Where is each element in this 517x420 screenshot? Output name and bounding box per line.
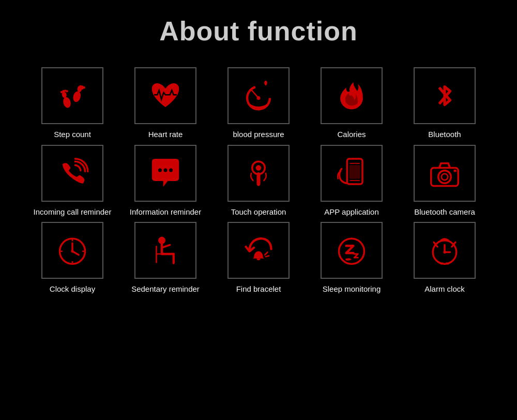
label-app-application: APP application <box>324 207 379 217</box>
incoming-call-icon <box>54 155 90 191</box>
icon-box-sleep-monitoring <box>321 222 383 279</box>
item-information-reminder: Information reminder <box>121 145 209 217</box>
icon-box-find-bracelet <box>227 222 290 279</box>
svg-line-54 <box>447 263 449 264</box>
icon-box-sedentary-reminder <box>134 222 196 279</box>
label-heart-rate: Heart rate <box>148 129 183 140</box>
sedentary-reminder-icon <box>147 232 184 268</box>
item-incoming-call: Incoming call reminder <box>28 145 116 217</box>
item-blood-pressure: blood pressure <box>215 67 302 140</box>
label-find-bracelet: Find bracelet <box>236 284 281 294</box>
label-information-reminder: Information reminder <box>130 207 201 217</box>
item-app-application: APP application <box>308 145 396 217</box>
label-incoming-call: Incoming call reminder <box>34 207 112 217</box>
label-sedentary-reminder: Sedentary reminder <box>131 284 200 294</box>
icon-box-clock-display <box>41 222 103 279</box>
svg-point-19 <box>256 165 262 171</box>
clock-display-icon <box>54 232 90 268</box>
icon-box-calories <box>321 67 383 124</box>
label-calories: Calories <box>337 129 366 140</box>
bluetooth-icon <box>427 78 463 114</box>
svg-point-16 <box>164 168 168 172</box>
icon-box-bluetooth <box>414 67 476 124</box>
bluetooth-camera-icon <box>427 155 463 191</box>
svg-line-53 <box>441 263 443 264</box>
step-count-icon <box>54 78 90 114</box>
icon-box-blood-pressure <box>227 67 290 124</box>
svg-point-2 <box>72 91 82 103</box>
svg-rect-23 <box>349 165 360 178</box>
item-clock-display: Clock display <box>28 222 116 294</box>
svg-line-45 <box>266 256 269 257</box>
find-bracelet-icon <box>240 232 277 268</box>
svg-point-0 <box>62 96 72 109</box>
label-step-count: Step count <box>54 129 91 140</box>
item-step-count: Step count <box>28 67 116 140</box>
label-alarm-clock: Alarm clock <box>424 284 465 294</box>
information-reminder-icon <box>147 155 184 191</box>
calories-icon <box>333 78 370 114</box>
blood-pressure-icon <box>240 78 277 114</box>
item-bluetooth-camera: Bluetooth camera <box>401 145 489 217</box>
svg-point-11 <box>81 87 83 89</box>
svg-point-14 <box>257 96 261 100</box>
svg-point-26 <box>442 173 448 179</box>
touch-operation-icon <box>240 155 277 191</box>
icon-box-incoming-call <box>41 145 103 202</box>
icon-box-alarm-clock <box>414 222 476 279</box>
svg-point-31 <box>71 250 73 252</box>
svg-point-7 <box>66 90 68 92</box>
icon-box-heart-rate <box>134 67 196 124</box>
label-bluetooth: Bluetooth <box>428 129 461 140</box>
item-alarm-clock: Alarm clock <box>401 222 489 294</box>
features-grid: Step count Heart rate <box>28 67 489 294</box>
heart-rate-icon <box>147 78 184 114</box>
icon-box-app-application <box>321 145 383 202</box>
item-bluetooth: Bluetooth <box>401 67 489 140</box>
svg-rect-27 <box>454 170 457 172</box>
svg-line-43 <box>162 245 170 248</box>
sleep-monitoring-icon <box>333 232 370 268</box>
item-calories: Calories <box>308 67 396 140</box>
item-find-bracelet: Find bracelet <box>215 222 302 294</box>
item-touch-operation: Touch operation <box>215 145 302 217</box>
label-blood-pressure: blood pressure <box>233 129 284 140</box>
svg-point-50 <box>443 251 446 253</box>
svg-point-17 <box>169 168 173 172</box>
svg-point-25 <box>438 170 451 183</box>
label-bluetooth-camera: Bluetooth camera <box>414 207 475 217</box>
svg-line-44 <box>265 252 267 255</box>
item-sedentary-reminder: Sedentary reminder <box>121 222 209 294</box>
label-touch-operation: Touch operation <box>231 207 286 217</box>
item-heart-rate: Heart rate <box>121 67 209 140</box>
item-sleep-monitoring: Sleep monitoring <box>308 222 396 294</box>
page-title: About function <box>159 16 358 47</box>
app-application-icon <box>333 155 370 191</box>
label-sleep-monitoring: Sleep monitoring <box>323 284 381 294</box>
svg-point-46 <box>339 238 364 264</box>
alarm-clock-icon <box>427 232 463 268</box>
icon-box-bluetooth-camera <box>414 145 476 202</box>
icon-box-touch-operation <box>227 145 290 202</box>
icon-box-information-reminder <box>134 145 196 202</box>
icon-box-step-count <box>41 67 103 124</box>
label-clock-display: Clock display <box>50 284 95 294</box>
svg-point-15 <box>158 168 162 172</box>
